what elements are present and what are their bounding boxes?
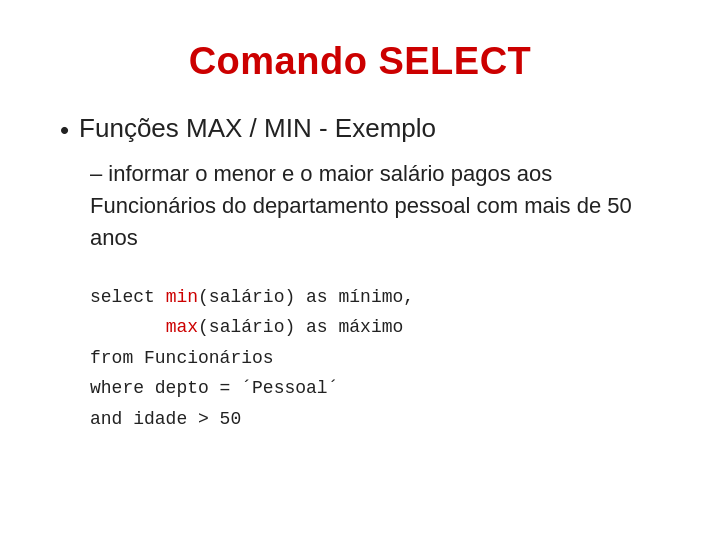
code-as1: as	[306, 287, 328, 307]
code-max-function: max	[166, 317, 198, 337]
slide-title: Comando SELECT	[60, 40, 660, 83]
slide-container: Comando SELECT • Funções MAX / MIN - Exe…	[0, 0, 720, 540]
code-select-keyword: select	[90, 287, 166, 307]
code-min-function: min	[166, 287, 198, 307]
code-min-args: (salário)	[198, 287, 306, 307]
code-and-keyword: and	[90, 409, 122, 429]
bullet-dot: •	[60, 115, 69, 146]
code-alias2: máximo	[328, 317, 404, 337]
code-line-4: where depto = ´Pessoal´	[90, 373, 660, 404]
code-and-suffix: idade > 50	[122, 409, 241, 429]
bullet-section: • Funções MAX / MIN - Exemplo – informar…	[60, 113, 660, 435]
bullet-label: Funções MAX / MIN - Exemplo	[79, 113, 436, 144]
code-as2: as	[306, 317, 328, 337]
code-line-5: and idade > 50	[90, 404, 660, 435]
code-max-args: (salário)	[198, 317, 306, 337]
sub-description: – informar o menor e o maior salário pag…	[90, 158, 660, 254]
code-alias1: mínimo,	[328, 287, 414, 307]
code-line-3: from Funcionários	[90, 343, 660, 374]
bullet-item: • Funções MAX / MIN - Exemplo	[60, 113, 660, 146]
code-indent	[90, 317, 166, 337]
code-block: select min(salário) as mínimo, max(salár…	[90, 282, 660, 435]
code-line-1: select min(salário) as mínimo,	[90, 282, 660, 313]
code-line-2: max(salário) as máximo	[90, 312, 660, 343]
